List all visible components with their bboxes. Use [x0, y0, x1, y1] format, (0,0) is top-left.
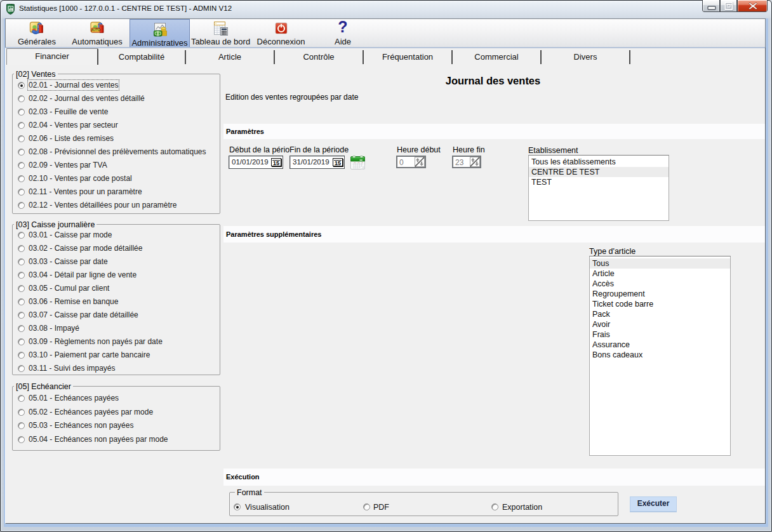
svg-text:AUTO: AUTO	[91, 28, 100, 32]
